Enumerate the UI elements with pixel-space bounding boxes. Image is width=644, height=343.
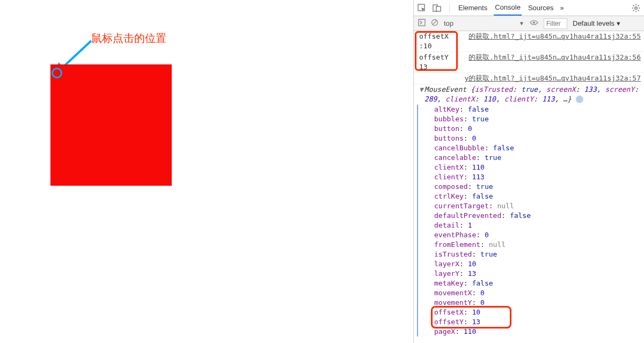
svg-line-10: [638, 10, 639, 11]
click-marker-icon: [52, 68, 62, 78]
log-row: y的获取.html?_ijt=u845n…qv1hau4ra11sj32a:57: [414, 73, 644, 84]
svg-line-15: [433, 20, 437, 25]
object-property: layerX: 10: [434, 259, 644, 269]
context-selector[interactable]: top ▼: [444, 19, 524, 27]
log-message: offsetY 13: [414, 53, 451, 72]
settings-gear-icon[interactable]: [631, 3, 641, 13]
console-output[interactable]: offsetX :10 的获取.html?_ijt=u845n…qv1hau4r…: [414, 31, 644, 343]
object-property: layerY: 13: [434, 269, 644, 279]
devtools-tabbar: Elements Console Sources »: [414, 0, 644, 16]
console-sidebar-toggle-icon[interactable]: [418, 19, 426, 28]
object-property: movementX: 0: [434, 288, 644, 298]
svg-line-12: [638, 5, 639, 6]
divider: [449, 3, 450, 13]
object-property: cancelBubble: false: [434, 143, 644, 153]
expand-arrow-icon[interactable]: ▼: [419, 85, 423, 104]
svg-point-16: [533, 21, 535, 24]
log-row: offsetY 13 的获取.html?_ijt=u845n…qv1hau4ra…: [414, 52, 644, 73]
object-preview[interactable]: ▼ MouseEvent {isTrusted: true, screenX: …: [414, 84, 644, 105]
object-property: offsetY: 13: [434, 317, 644, 327]
object-property: ctrlKey: false: [434, 192, 644, 201]
object-property: altKey: false: [434, 105, 644, 114]
object-properties: altKey: falsebubbles: truebutton: 0butto…: [417, 105, 644, 337]
object-property: cancelable: true: [434, 153, 644, 163]
object-property: movementY: 0: [434, 298, 644, 308]
object-property: clientY: 113: [434, 172, 644, 182]
tabs-overflow-icon[interactable]: »: [560, 4, 564, 12]
object-property: offsetX: 10: [434, 308, 644, 317]
object-property: metaKey: false: [434, 279, 644, 288]
tab-console[interactable]: Console: [494, 3, 522, 16]
object-property: isTrusted: true: [434, 250, 644, 259]
log-source-link[interactable]: y的获取.html?_ijt=u845n…qv1hau4ra11sj32a:57: [451, 74, 644, 83]
log-source-link[interactable]: 的获取.html?_ijt=u845n…qv1hau4ra11sj32a:55: [451, 32, 644, 51]
object-property: eventPhase: 0: [434, 230, 644, 240]
log-message: offsetX :10: [414, 32, 451, 51]
chevron-down-icon: ▼: [519, 20, 524, 26]
object-property: composed: true: [434, 182, 644, 192]
tab-sources[interactable]: Sources: [527, 4, 555, 12]
annotation-label: 鼠标点击的位置: [91, 31, 166, 46]
tab-elements[interactable]: Elements: [457, 4, 488, 12]
svg-rect-3: [436, 6, 441, 11]
object-property: fromElement: null: [434, 240, 644, 250]
object-property: button: 0: [434, 124, 644, 134]
svg-line-9: [633, 5, 634, 6]
info-badge-icon: [576, 96, 583, 103]
page-viewport[interactable]: 鼠标点击的位置: [0, 0, 413, 343]
devtools-panel: Elements Console Sources » top ▼ Default…: [413, 0, 644, 343]
clear-console-icon[interactable]: [431, 19, 438, 28]
object-property: detail: 1: [434, 221, 644, 230]
log-source-link[interactable]: 的获取.html?_ijt=u845n…qv1hau4ra11sj32a:56: [451, 53, 644, 72]
svg-point-4: [635, 6, 637, 9]
demo-red-box[interactable]: [50, 64, 172, 186]
context-label: top: [444, 19, 453, 27]
eye-icon[interactable]: [530, 19, 538, 27]
svg-line-11: [633, 10, 634, 11]
object-property: buttons: 0: [434, 134, 644, 143]
object-property: defaultPrevented: false: [434, 211, 644, 221]
inspect-icon[interactable]: [417, 3, 427, 13]
log-levels-selector[interactable]: Default levels ▾: [573, 19, 620, 27]
log-row: offsetX :10 的获取.html?_ijt=u845n…qv1hau4r…: [414, 31, 644, 52]
filter-input[interactable]: [544, 18, 567, 29]
object-property: clientX: 110: [434, 163, 644, 172]
object-property: bubbles: true: [434, 114, 644, 124]
object-property: pageX: 110: [434, 327, 644, 337]
object-property: currentTarget: null: [434, 201, 644, 211]
device-toggle-icon[interactable]: [432, 3, 442, 13]
console-toolbar: top ▼ Default levels ▾: [414, 16, 644, 31]
log-message: [414, 74, 451, 83]
